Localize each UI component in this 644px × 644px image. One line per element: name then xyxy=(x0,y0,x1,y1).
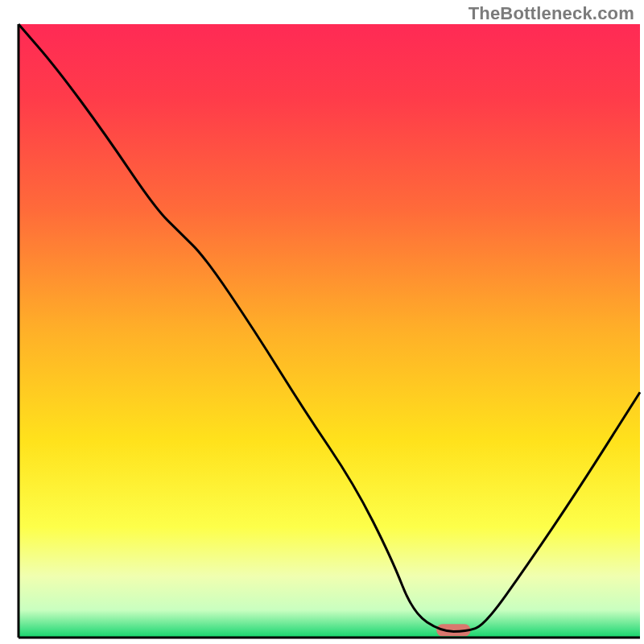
bottleneck-chart xyxy=(0,0,644,644)
plot-background xyxy=(19,24,640,638)
chart-container: TheBottleneck.com xyxy=(0,0,644,644)
watermark-text: TheBottleneck.com xyxy=(469,3,634,24)
